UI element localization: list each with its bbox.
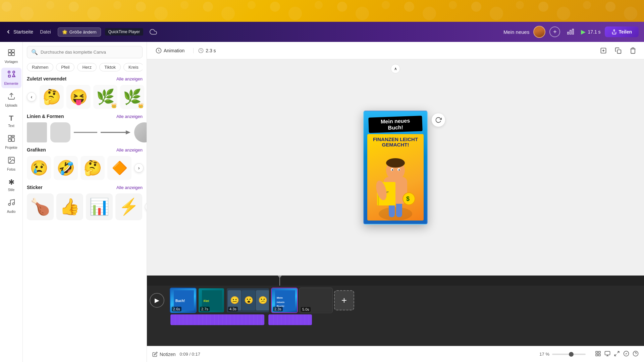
sidebar-item-vorlagen[interactable]: Vorlagen bbox=[1, 46, 21, 66]
grafiken-see-all[interactable]: Alle anzeigen bbox=[116, 147, 143, 153]
notes-button[interactable]: Notizen bbox=[152, 352, 175, 357]
grid-view-button[interactable] bbox=[595, 351, 601, 358]
sticker-item-2[interactable]: 👍 bbox=[56, 193, 83, 220]
fullscreen-button[interactable] bbox=[614, 351, 620, 358]
shape-line[interactable] bbox=[74, 131, 97, 134]
sidebar-item-elemente[interactable]: Elemente bbox=[1, 68, 21, 88]
sticker-item-4[interactable]: ⚡ bbox=[115, 193, 142, 220]
clip-1[interactable]: Buch! 2.6s bbox=[170, 288, 197, 313]
recent-item-2[interactable]: 😝 bbox=[66, 85, 91, 109]
resize-button[interactable]: 🌟 Größe ändern bbox=[58, 27, 101, 37]
resize-label: Größe ändern bbox=[69, 29, 97, 35]
book-card: Mein neues Buch! FINANZEN LEICHT GEMACHT… bbox=[363, 111, 428, 225]
resize-icon: 🌟 bbox=[62, 29, 67, 35]
animation-button[interactable]: Animation bbox=[152, 46, 188, 56]
svg-text:Mein: Mein bbox=[277, 296, 283, 299]
svg-text:Buch!: Buch! bbox=[175, 299, 185, 303]
animation-label: Animation bbox=[164, 48, 184, 53]
grafiken-title: Grafiken bbox=[27, 147, 46, 153]
sidebar-item-uploads[interactable]: Uploads bbox=[1, 89, 21, 110]
screen-button[interactable] bbox=[604, 351, 610, 358]
left-panel: 🔍 Rahmen Pfeil Herz Tiktok Kreis › Zulet… bbox=[23, 42, 147, 362]
shape-square[interactable] bbox=[27, 122, 47, 142]
filter-pfeil[interactable]: Pfeil bbox=[56, 63, 74, 71]
refresh-button[interactable] bbox=[432, 113, 445, 127]
add-clip-button[interactable]: + bbox=[334, 290, 354, 310]
panel-collapse-button[interactable]: ∧ bbox=[391, 64, 400, 73]
time-value: 2.3 s bbox=[206, 48, 216, 53]
sidebar-item-projekte[interactable]: Projekte bbox=[1, 132, 21, 152]
recent-item-3[interactable]: 🌿 bbox=[93, 85, 117, 109]
svg-rect-1 bbox=[570, 30, 572, 35]
zoom-label: 17 % bbox=[539, 352, 549, 357]
sticker-see-all[interactable]: Alle anzeigen bbox=[116, 185, 143, 190]
timeline-play-button[interactable]: ▶ bbox=[150, 293, 164, 308]
audio-track-1[interactable] bbox=[170, 314, 264, 325]
clip-2[interactable]: Fin! 2.7s bbox=[198, 288, 225, 313]
back-button[interactable]: Startseite bbox=[5, 29, 33, 35]
stile-icon: ✱ bbox=[8, 178, 14, 187]
clip-2-duration: 2.7s bbox=[200, 307, 210, 311]
sticker-item-3[interactable]: 📊 bbox=[86, 193, 113, 220]
cloud-button[interactable] bbox=[147, 26, 159, 38]
svg-marker-23 bbox=[126, 130, 130, 134]
help-button[interactable] bbox=[633, 351, 639, 358]
grafiken-row: 😢 🤣 🤔 🔶 › bbox=[27, 156, 143, 180]
clip-5[interactable]: 5.0s bbox=[299, 288, 333, 313]
svg-point-20 bbox=[12, 203, 14, 205]
book-illustration: FIN. LEICHT GEM! $ bbox=[369, 150, 422, 221]
svg-rect-29 bbox=[618, 50, 621, 53]
zoom-slider[interactable] bbox=[552, 354, 586, 355]
shapes-see-all[interactable]: Alle anzeigen bbox=[116, 114, 143, 119]
shape-circle[interactable] bbox=[134, 122, 147, 142]
svg-rect-10 bbox=[8, 75, 10, 77]
search-input[interactable] bbox=[41, 50, 138, 55]
grafiken-next-button[interactable]: › bbox=[134, 163, 144, 173]
grafik-item-4[interactable]: 🔶 bbox=[107, 156, 131, 180]
play-icon: ▶ bbox=[581, 28, 586, 36]
check-button[interactable] bbox=[623, 351, 629, 358]
shape-arrow[interactable] bbox=[101, 130, 131, 135]
share-button[interactable]: Teilen bbox=[605, 26, 639, 37]
grafik-item-3[interactable]: 🤔 bbox=[80, 156, 105, 180]
sticker-label: Mein neues Buch! bbox=[368, 116, 423, 133]
sidebar-item-audio[interactable]: Audio bbox=[1, 196, 21, 216]
recent-item-4[interactable]: 🌿 bbox=[120, 85, 144, 109]
svg-point-9 bbox=[13, 71, 15, 73]
vorlagen-label: Vorlagen bbox=[5, 60, 18, 64]
header-left: Startseite Datei 🌟 Größe ändern QuickTim… bbox=[5, 26, 498, 38]
svg-rect-15 bbox=[12, 138, 14, 141]
audio-label: Audio bbox=[7, 210, 16, 214]
filter-kreis[interactable]: Kreis bbox=[123, 63, 143, 71]
svg-rect-6 bbox=[8, 53, 11, 56]
add-element-button[interactable] bbox=[598, 45, 609, 56]
filter-rahmen[interactable]: Rahmen bbox=[27, 63, 53, 71]
main-area: Vorlagen Elemente Uploads bbox=[0, 42, 644, 362]
copy-button[interactable] bbox=[612, 45, 624, 56]
svg-line-64 bbox=[614, 354, 616, 356]
delete-button[interactable] bbox=[627, 45, 639, 56]
book-card-wrapper[interactable]: Mein neues Buch! FINANZEN LEICHT GEMACHT… bbox=[363, 111, 428, 225]
recently-used-see-all[interactable]: Alle anzeigen bbox=[116, 76, 143, 81]
shape-rounded[interactable] bbox=[50, 122, 70, 142]
filter-tiktok[interactable]: Tiktok bbox=[99, 63, 121, 71]
add-collaborator-button[interactable]: + bbox=[549, 26, 560, 37]
book-cover: FINANZEN LEICHT GEMACHT! bbox=[367, 134, 424, 221]
file-menu[interactable]: Datei bbox=[37, 28, 54, 36]
sidebar-item-stile[interactable]: ✱ Stile bbox=[1, 175, 21, 194]
recent-item-1[interactable]: 🤔 bbox=[40, 85, 64, 109]
recently-used-header: Zuletzt verwendet Alle anzeigen bbox=[27, 76, 143, 81]
sticker-item-1[interactable]: 🍗 bbox=[27, 193, 54, 220]
canvas-area: Animation 2.3 s bbox=[147, 42, 644, 362]
filter-herz[interactable]: Herz bbox=[77, 63, 96, 71]
sidebar-item-text[interactable]: T Text bbox=[1, 111, 21, 130]
stats-button[interactable] bbox=[564, 27, 577, 37]
recent-prev-button[interactable]: ‹ bbox=[27, 92, 36, 102]
shapes-title: Linien & Formen bbox=[27, 114, 64, 119]
grafik-item-2[interactable]: 🤣 bbox=[54, 156, 78, 180]
audio-track-2[interactable] bbox=[268, 314, 312, 325]
grafik-item-1[interactable]: 😢 bbox=[27, 156, 51, 180]
sidebar-item-fotos[interactable]: Fotos bbox=[1, 154, 21, 174]
clip-3[interactable]: 😐 😮 😕 4.3s bbox=[226, 288, 270, 313]
clip-4[interactable]: MeinneuesBuch! 2.3s bbox=[271, 288, 298, 313]
